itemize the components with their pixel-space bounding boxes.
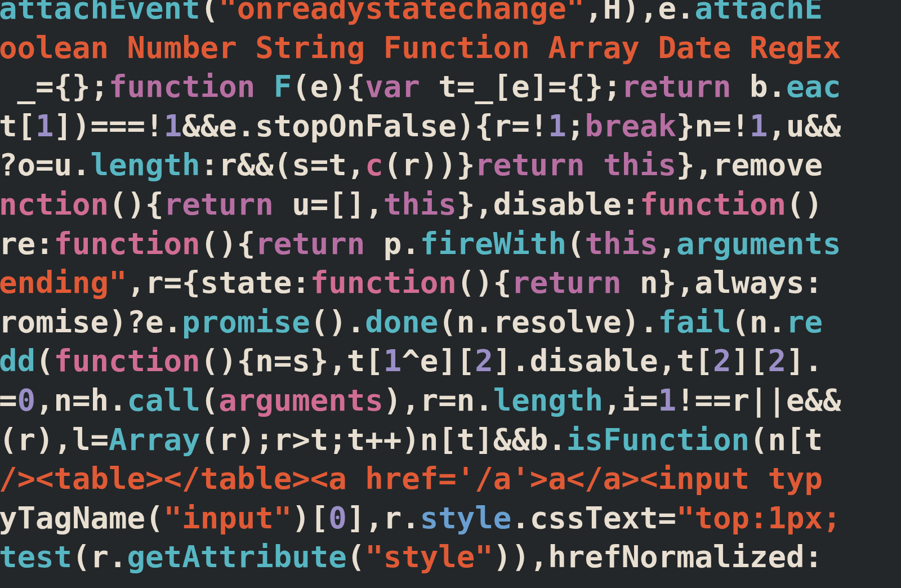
code-token: (e){: [292, 69, 365, 104]
code-token: (): [786, 186, 823, 222]
code-token: test: [0, 539, 72, 574]
code-token: ,n=h.: [35, 382, 127, 418]
code-line: ?o=u.length:r&&(s=t,c(r))}return this},r…: [0, 147, 823, 182]
code-token: b.: [731, 69, 787, 104]
code-token: /><table></table><a href='/a'>a</a><inpu…: [0, 461, 823, 496]
code-editor-view[interactable]: attachEvent("onreadystatechange",H),e.at…: [0, 0, 900, 577]
code-line: nction(){return u=[],this},disable:funct…: [0, 186, 823, 222]
code-token: function: [640, 186, 786, 222]
code-token: Array: [109, 422, 200, 457]
code-token: 1: [658, 382, 676, 418]
code-line: re:function(){return p.fireWith(this,arg…: [0, 226, 841, 261]
code-token: 1: [383, 343, 402, 378]
code-token: (: [347, 539, 365, 574]
code-token: 1: [548, 108, 567, 144]
code-line: dd(function(){n=s},t[1^e][2].disable,t[2…: [0, 343, 823, 378]
code-token: (: [35, 343, 54, 378]
code-token: 0: [17, 382, 36, 418]
code-token: this: [383, 186, 457, 222]
code-token: ?o=u.: [0, 147, 91, 182]
code-token: (){: [109, 186, 164, 222]
code-token: }n=!: [676, 108, 750, 144]
code-line: oolean Number String Function Array Date…: [0, 30, 841, 65]
code-token: isFunction: [567, 422, 750, 457]
code-token: style: [420, 500, 512, 536]
code-token: [255, 69, 274, 104]
code-token: ][: [731, 343, 768, 378]
code-token: ),r=n.: [383, 382, 493, 418]
code-token: length: [91, 147, 200, 182]
code-token: getAttribute: [127, 539, 347, 574]
code-token: c: [365, 147, 383, 182]
code-line: t[1])===!1&&e.stopOnFalse){r=!1;break}n=…: [0, 108, 841, 144]
code-token: (){n=s},t[: [200, 343, 383, 378]
code-token: yTagName(: [0, 500, 164, 536]
code-token: _={};: [0, 69, 109, 104]
code-token: =: [0, 382, 17, 418]
code-token: return: [621, 69, 731, 104]
code-line: attachEvent("onreadystatechange",H),e.at…: [0, 0, 823, 26]
code-token: arguments: [218, 382, 383, 418]
code-token: .cssText=: [511, 500, 676, 536]
code-token: romise)?e.: [0, 304, 182, 340]
code-token: (r))}: [383, 147, 475, 182]
code-token: u=[],: [274, 186, 383, 222]
code-token: (: [200, 0, 219, 26]
code-token: ending": [0, 265, 127, 300]
code-token: 0: [328, 500, 347, 536]
code-token: ],r.: [347, 500, 420, 536]
code-token: ,i=: [603, 382, 658, 418]
code-token: attachEvent: [0, 0, 200, 26]
code-token: !==r||e&&: [676, 382, 841, 418]
code-token: ].: [786, 343, 823, 378]
code-token: this: [585, 226, 658, 261]
code-token: (){: [200, 226, 256, 261]
code-token: (n.: [731, 304, 786, 340]
code-token: return: [511, 265, 621, 300]
code-token: dd: [0, 343, 35, 378]
code-token: (: [200, 382, 219, 418]
code-token: call: [127, 382, 200, 418]
code-token: t[: [0, 108, 35, 144]
code-token: "top:1px;: [676, 500, 841, 536]
code-token: (r);r>t;t++)n[t]&&b.: [200, 422, 567, 457]
code-token: fail: [658, 304, 731, 340]
code-token: 1: [35, 108, 54, 144]
code-token: 1: [750, 108, 768, 144]
code-token: "onreadystatechange": [218, 0, 585, 26]
code-token: F: [274, 69, 292, 104]
code-line: test(r.getAttribute("style")),hrefNormal…: [0, 539, 823, 574]
code-token: break: [585, 108, 676, 144]
code-token: ^e][: [402, 343, 475, 378]
code-token: t=_[e]={};: [420, 69, 622, 104]
code-token: (r),l=: [0, 422, 109, 457]
code-token: ;: [567, 108, 585, 144]
code-token: )[: [292, 500, 328, 536]
code-token: eac: [786, 69, 841, 104]
code-token: 2: [713, 343, 731, 378]
code-token: ,u&&: [768, 108, 841, 144]
code-token: length: [493, 382, 603, 418]
code-line: yTagName("input")[0],r.style.cssText="to…: [0, 500, 841, 536]
code-token: &&e.stopOnFalse){r=!: [182, 108, 548, 144]
code-token: nction: [0, 186, 109, 222]
code-token: },disable:: [457, 186, 640, 222]
code-token: this: [603, 147, 676, 182]
code-token: 2: [475, 343, 493, 378]
code-token: ,: [658, 226, 676, 261]
code-token: (n.resolve).: [438, 304, 658, 340]
code-token: ,r={state:: [127, 265, 310, 300]
code-token: ].disable,t[: [493, 343, 713, 378]
code-line: (r),l=Array(r);r>t;t++)n[t]&&b.isFunctio…: [0, 422, 823, 457]
code-token: "style": [365, 539, 493, 574]
code-line: romise)?e.promise().done(n.resolve).fail…: [0, 304, 823, 340]
code-token: (r.: [72, 539, 127, 574]
code-token: n},always:: [621, 265, 823, 300]
code-token: (n[t: [750, 422, 823, 457]
code-token: [585, 147, 603, 182]
code-token: )),hrefNormalized:: [493, 539, 823, 574]
code-token: done: [365, 304, 438, 340]
code-token: p.: [365, 226, 420, 261]
code-token: ,H),e.: [585, 0, 694, 26]
code-token: attachE: [694, 0, 823, 26]
